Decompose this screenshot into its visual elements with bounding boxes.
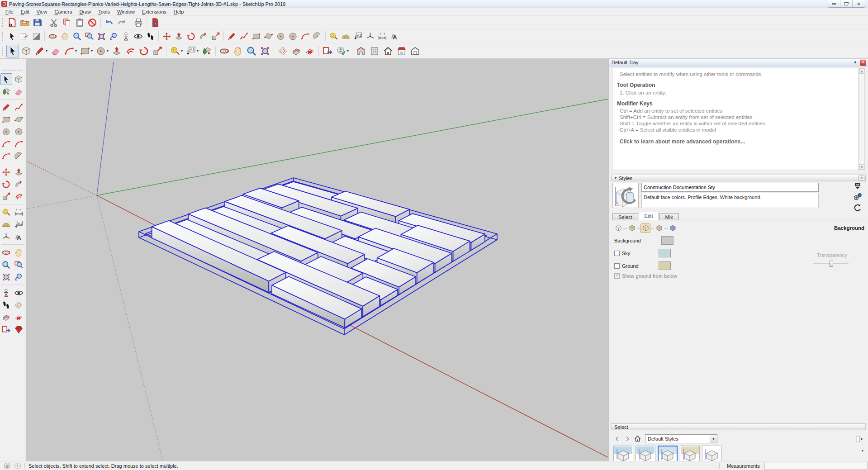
send-to-layout-button[interactable] xyxy=(321,45,334,57)
select-button[interactable] xyxy=(6,31,18,42)
circle-tool[interactable] xyxy=(0,126,12,138)
sky-swatch[interactable] xyxy=(659,249,671,257)
style-thumbnail-4[interactable] xyxy=(680,446,700,461)
redo-button[interactable] xyxy=(116,17,128,28)
display-section-planes-toggle[interactable] xyxy=(0,311,12,323)
styles-close-icon[interactable]: ✕ xyxy=(859,176,864,181)
paint-bucket-button[interactable] xyxy=(200,45,213,57)
details-arrow-icon[interactable] xyxy=(855,435,863,443)
zoom-window-button[interactable] xyxy=(84,31,95,42)
orbit-button[interactable] xyxy=(47,31,58,42)
pan-button[interactable] xyxy=(232,45,244,57)
tape-measure-button[interactable]: ▾ xyxy=(169,45,184,57)
text-button[interactable]: A1 xyxy=(352,31,364,42)
cut-button[interactable] xyxy=(48,17,60,28)
menu-help[interactable]: Help xyxy=(170,9,188,15)
zoom-previous-tool[interactable] xyxy=(13,271,25,283)
pan-tool[interactable] xyxy=(13,247,25,258)
select-button[interactable] xyxy=(6,45,19,57)
menu-tools[interactable]: Tools xyxy=(95,9,114,15)
palette-grip[interactable] xyxy=(3,70,23,71)
walk-button[interactable] xyxy=(145,31,156,42)
section-plane-tool[interactable] xyxy=(13,299,25,311)
zoom-extents-button[interactable] xyxy=(96,31,107,42)
extension-warehouse-button[interactable] xyxy=(13,323,25,335)
tab-edit[interactable]: Edit xyxy=(639,212,659,220)
style-thumbnail-1[interactable] xyxy=(613,446,633,461)
styles-collection-dropdown[interactable]: Default Styles ▼ xyxy=(645,434,717,443)
help-icon[interactable]: i xyxy=(14,463,21,469)
dimension-tool[interactable] xyxy=(13,206,25,218)
tab-select[interactable]: Select xyxy=(612,213,638,220)
freehand-button[interactable] xyxy=(238,31,250,42)
sky-checkbox[interactable] xyxy=(614,251,620,256)
style-thumbnail-2[interactable] xyxy=(636,446,655,461)
style-preview-thumbnail[interactable] xyxy=(612,183,639,208)
rotated-rectangle-tool[interactable] xyxy=(13,114,25,125)
select-section-header[interactable]: Select xyxy=(611,423,866,430)
menu-edit[interactable]: Edit xyxy=(17,9,33,15)
tape-measure-button[interactable] xyxy=(328,31,339,42)
style-name-input[interactable] xyxy=(641,183,819,192)
save-button[interactable] xyxy=(32,17,43,28)
face-settings-icon[interactable] xyxy=(627,223,637,233)
restore-button[interactable] xyxy=(840,0,853,7)
look-around-tool[interactable] xyxy=(13,287,25,299)
in-model-home-icon[interactable] xyxy=(633,435,641,443)
3d-text-tool[interactable]: AA xyxy=(13,231,25,242)
display-section-cuts-toggle[interactable] xyxy=(13,311,25,323)
send-to-layout-button[interactable] xyxy=(0,323,12,335)
rotate-button[interactable] xyxy=(138,45,150,57)
background-settings-icon[interactable] xyxy=(640,223,650,233)
erase-button[interactable] xyxy=(86,17,98,28)
move-tool[interactable] xyxy=(0,166,12,178)
model-info-button[interactable] xyxy=(149,17,161,28)
shadows-button[interactable] xyxy=(31,31,42,42)
section-plane-button[interactable] xyxy=(276,45,289,57)
menu-view[interactable]: View xyxy=(33,9,51,15)
tray-splitter[interactable] xyxy=(611,172,866,174)
undo-button[interactable] xyxy=(103,17,115,28)
axes-tool[interactable] xyxy=(0,231,12,242)
make-component-tool[interactable] xyxy=(13,73,25,85)
line-tool[interactable] xyxy=(0,101,12,113)
menu-camera[interactable]: Camera xyxy=(51,9,76,15)
rotate-tool[interactable] xyxy=(0,178,12,190)
zoom-window-tool[interactable] xyxy=(13,259,25,271)
edge-settings-icon[interactable] xyxy=(613,223,623,233)
secondary-pane-icon[interactable] xyxy=(853,182,862,190)
show-ground-checkbox[interactable] xyxy=(614,273,620,279)
paint-bucket-tool[interactable] xyxy=(0,85,12,97)
offset-tool[interactable] xyxy=(13,190,25,202)
menu-extensions[interactable]: Extensions xyxy=(138,9,170,15)
3d-text-button[interactable]: AA xyxy=(389,31,400,42)
arc-tool[interactable] xyxy=(0,138,12,150)
walk-tool[interactable] xyxy=(0,299,12,311)
line-button[interactable] xyxy=(226,31,237,42)
slider-thumb[interactable] xyxy=(830,261,833,267)
instructor-scrollbar[interactable]: ▲ ▼ xyxy=(859,68,865,170)
push-pull-tool[interactable] xyxy=(13,166,25,178)
scale-button[interactable] xyxy=(210,31,221,42)
thumbnails-scroll-icon[interactable]: ▼ xyxy=(861,449,864,453)
rectangle-button[interactable] xyxy=(251,31,262,42)
push-pull-button[interactable] xyxy=(110,45,123,57)
ground-swatch[interactable] xyxy=(659,261,671,270)
push-pull-button[interactable] xyxy=(173,31,185,42)
circle-button[interactable] xyxy=(275,31,286,42)
arc-button[interactable] xyxy=(299,31,311,42)
zoom-button[interactable] xyxy=(245,45,258,57)
measurements-input[interactable] xyxy=(764,462,868,470)
style-thumbnail-3[interactable] xyxy=(658,446,678,461)
transparency-slider[interactable] xyxy=(813,261,849,267)
scroll-up-icon[interactable]: ▲ xyxy=(859,68,864,74)
eraser-button[interactable] xyxy=(49,45,62,57)
rotated-rectangle-button[interactable] xyxy=(263,31,274,42)
protractor-button[interactable] xyxy=(340,31,351,42)
offset-button[interactable] xyxy=(124,45,137,57)
scale-button[interactable] xyxy=(151,45,164,57)
follow-me-button[interactable] xyxy=(198,31,209,42)
home-button[interactable] xyxy=(382,45,394,57)
zoom-extents-button[interactable] xyxy=(259,45,271,57)
scroll-down-icon[interactable]: ▼ xyxy=(859,164,864,170)
